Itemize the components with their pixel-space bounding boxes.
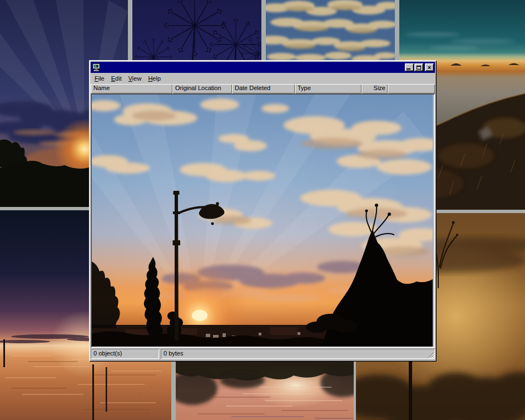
column-header-original-location[interactable]: Original Location <box>172 84 232 93</box>
column-header-date-deleted[interactable]: Date Deleted <box>232 84 295 93</box>
column-header-size[interactable]: Size <box>361 84 388 93</box>
column-header-row: Name Original Location Date Deleted Type… <box>91 84 435 93</box>
title-bar[interactable]: × <box>91 62 435 73</box>
menu-help[interactable]: Help <box>145 74 164 83</box>
column-header-filler <box>388 84 435 93</box>
menu-edit[interactable]: Edit <box>108 74 125 83</box>
sunset-streetlamp-photo <box>92 95 434 347</box>
menu-file[interactable]: File <box>91 74 108 83</box>
column-header-type[interactable]: Type <box>295 84 361 93</box>
close-icon: × <box>428 64 431 71</box>
maximize-button[interactable] <box>414 63 423 71</box>
maximize-icon <box>417 66 421 70</box>
minimize-icon <box>407 68 410 70</box>
computer-icon <box>92 63 101 72</box>
status-objects: 0 object(s) <box>91 349 159 359</box>
resize-grip[interactable] <box>427 351 434 358</box>
minimize-button[interactable] <box>405 63 414 71</box>
file-list-area[interactable] <box>91 93 435 348</box>
menu-view[interactable]: View <box>125 74 145 83</box>
status-bar: 0 object(s) 0 bytes <box>91 349 435 360</box>
close-button[interactable]: × <box>425 63 434 71</box>
column-header-name[interactable]: Name <box>91 84 172 93</box>
status-bytes: 0 bytes <box>164 350 183 357</box>
recycle-bin-window: × File Edit View Help Name Original Loca… <box>89 60 437 362</box>
menu-bar: File Edit View Help <box>91 73 435 84</box>
status-bytes-panel: 0 bytes <box>161 349 435 359</box>
